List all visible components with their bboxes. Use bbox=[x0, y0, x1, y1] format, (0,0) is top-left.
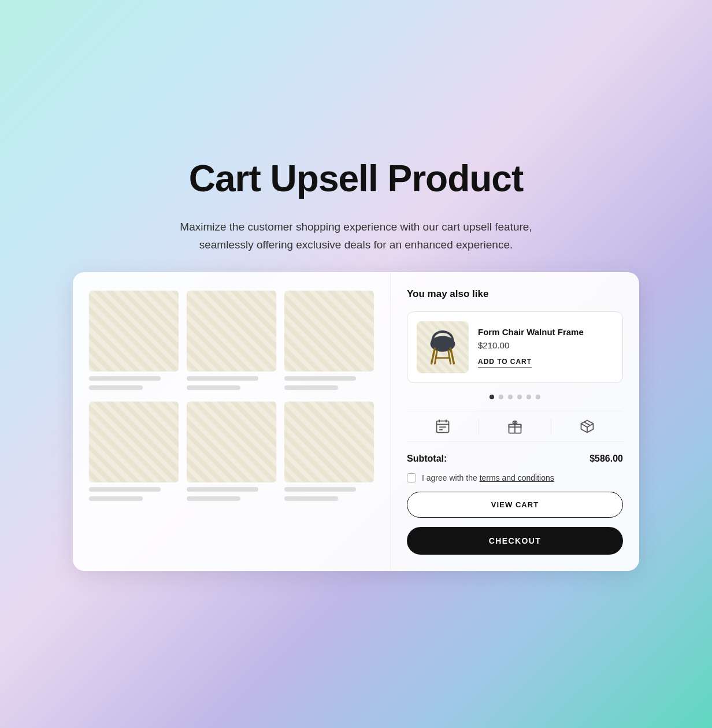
skeleton-image bbox=[89, 402, 179, 482]
skeleton-image bbox=[187, 402, 276, 482]
terms-checkbox[interactable] bbox=[407, 473, 416, 482]
skeleton-line bbox=[187, 496, 240, 501]
subtotal-label: Subtotal: bbox=[407, 454, 447, 464]
skeleton-line bbox=[187, 385, 240, 390]
page-wrapper: Cart Upsell Product Maximize the custome… bbox=[23, 157, 689, 571]
terms-row: I agree with the terms and conditions bbox=[407, 473, 623, 482]
product-info: Form Chair Walnut Frame $210.00 ADD TO C… bbox=[478, 327, 613, 367]
dot-4[interactable] bbox=[517, 395, 522, 399]
skeleton-line bbox=[89, 385, 143, 390]
add-to-cart-button[interactable]: ADD TO CART bbox=[478, 358, 532, 367]
dot-5[interactable] bbox=[526, 395, 531, 399]
skeleton-grid-top bbox=[89, 291, 374, 390]
skeleton-image bbox=[187, 291, 276, 372]
svg-line-3 bbox=[435, 351, 437, 363]
box-icon-cell[interactable] bbox=[551, 418, 623, 434]
skeleton-image bbox=[89, 291, 179, 372]
skeleton-item bbox=[284, 402, 374, 501]
skeleton-item bbox=[89, 291, 179, 390]
skeleton-image bbox=[284, 291, 374, 372]
upsell-product-card: Form Chair Walnut Frame $210.00 ADD TO C… bbox=[407, 311, 623, 383]
skeleton-item bbox=[89, 402, 179, 501]
svg-line-2 bbox=[451, 348, 454, 363]
carousel-dots bbox=[407, 395, 623, 399]
dot-6[interactable] bbox=[536, 395, 540, 399]
calendar-icon-cell[interactable] bbox=[407, 418, 479, 434]
skeleton-item bbox=[284, 291, 374, 390]
skeleton-image bbox=[284, 402, 374, 482]
skeleton-line bbox=[284, 487, 356, 492]
chair-icon bbox=[425, 327, 460, 367]
view-cart-button[interactable]: VIEW CART bbox=[407, 492, 623, 518]
skeleton-item bbox=[187, 291, 276, 390]
left-panel bbox=[73, 272, 391, 571]
skeleton-line bbox=[187, 487, 258, 492]
page-title: Cart Upsell Product bbox=[189, 157, 523, 200]
checkout-button[interactable]: CHECKOUT bbox=[407, 527, 623, 555]
dot-2[interactable] bbox=[499, 395, 503, 399]
skeleton-grid-bottom bbox=[89, 402, 374, 501]
subtotal-value: $586.00 bbox=[589, 454, 623, 464]
icons-row bbox=[407, 411, 623, 442]
gift-icon-cell[interactable] bbox=[479, 418, 551, 434]
skeleton-line bbox=[89, 376, 161, 381]
skeleton-item bbox=[187, 402, 276, 501]
box-icon bbox=[579, 418, 595, 434]
upsell-section-title: You may also like bbox=[407, 288, 623, 300]
skeleton-line bbox=[284, 496, 338, 501]
svg-line-1 bbox=[432, 348, 435, 363]
skeleton-line bbox=[187, 376, 258, 381]
terms-text: I agree with the terms and conditions bbox=[422, 473, 554, 482]
gift-icon bbox=[507, 418, 523, 434]
skeleton-line bbox=[284, 385, 338, 390]
main-card: You may also like bbox=[73, 272, 639, 571]
skeleton-line bbox=[284, 376, 356, 381]
skeleton-line bbox=[89, 496, 143, 501]
right-panel: You may also like bbox=[391, 272, 639, 571]
product-image-container bbox=[417, 321, 469, 373]
page-subtitle: Maximize the customer shopping experienc… bbox=[154, 218, 558, 254]
product-name: Form Chair Walnut Frame bbox=[478, 327, 613, 337]
dot-3[interactable] bbox=[508, 395, 513, 399]
subtotal-row: Subtotal: $586.00 bbox=[407, 454, 623, 464]
terms-link[interactable]: terms and conditions bbox=[480, 473, 554, 482]
skeleton-line bbox=[89, 487, 161, 492]
calendar-icon bbox=[435, 418, 451, 434]
svg-line-15 bbox=[584, 422, 591, 425]
svg-line-4 bbox=[448, 351, 451, 363]
dot-1[interactable] bbox=[490, 395, 494, 399]
product-price: $210.00 bbox=[478, 340, 613, 350]
